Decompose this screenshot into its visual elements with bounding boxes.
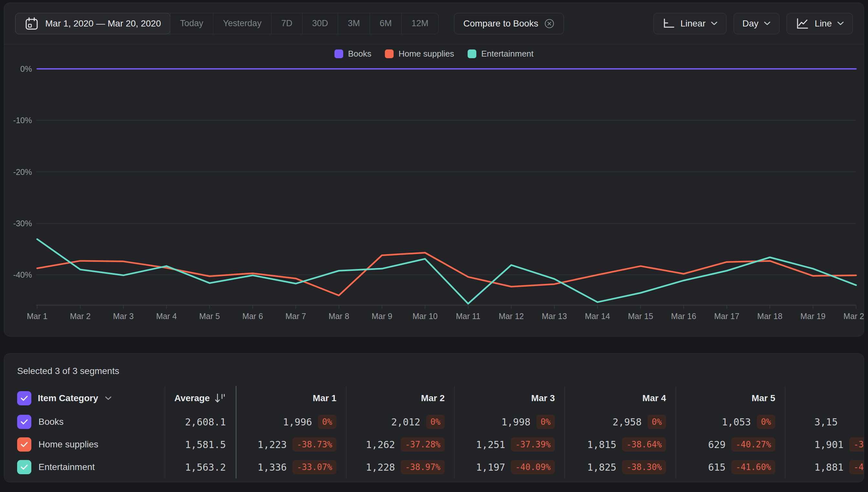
value-cell: 1,223-38.73% [236,433,346,456]
row-label: Home supplies [39,439,98,450]
x-axis-label: Mar 11 [456,312,481,321]
row-label: Entertainment [39,462,95,472]
value-cell: 2,0120% [346,411,454,433]
value-cell: 1,9960% [236,411,346,433]
cell-value: 2,958 [612,416,641,428]
check-icon [20,441,28,448]
percent-change-badge: 0% [426,415,445,429]
cell-value: 1,251 [476,439,505,450]
percent-change-badge: 0% [757,415,775,429]
x-axis-label: Mar 15 [628,312,653,321]
percent-change-badge: -41.60% [731,460,775,474]
header-mar-2[interactable]: Mar 2 [346,386,454,411]
cell-value: 1,053 [722,416,751,428]
x-axis-label: Mar 14 [585,312,610,321]
cell-value: 1,228 [366,462,395,473]
average-cell-entertainment: 1,563.2 [165,456,236,478]
cell-value: 1,336 [258,462,287,473]
x-axis-label: Mar 18 [757,312,782,321]
cell-value: 1,996 [283,416,312,428]
segments-panel: Selected 3 of 3 segments Item CategoryAv… [4,353,864,482]
value-cell: 1,815-38.64% [565,433,676,456]
row-checkbox-books[interactable] [17,415,31,429]
x-axis-label: Mar 2 [70,312,91,321]
header-mar-3[interactable]: Mar 3 [454,386,565,411]
x-axis-label: Mar 13 [542,312,567,321]
x-axis-label: Mar 8 [329,312,349,321]
chevron-down-icon [105,396,112,400]
value-cell: 1,228-38.97% [346,456,454,478]
value-cell: 1,251-37.39% [454,433,565,456]
cell-value: 1,881 [814,462,843,473]
header-average[interactable]: Average [165,386,236,411]
value-cell-clipped: 3,15 [785,411,864,433]
x-axis-label: Mar 7 [285,312,306,321]
series-line-home-supplies [37,253,856,295]
header-mar-4[interactable]: Mar 4 [565,386,676,411]
column-label: Mar 4 [642,393,666,403]
percent-change-badge: -37.28% [401,437,445,451]
x-axis-label: Mar 20 [843,312,864,321]
row-checkbox-home-supplies[interactable] [17,437,31,451]
value-cell: 1,336-33.07% [236,456,346,478]
average-cell-home-supplies: 1,581.5 [165,433,236,456]
x-axis-label: Mar 4 [156,312,177,321]
header-mar-5[interactable]: Mar 5 [676,386,785,411]
cell-value: 1,825 [587,462,616,473]
column-label: Mar 2 [421,393,445,403]
x-axis-label: Mar 19 [800,312,826,321]
x-axis-label: Mar 9 [372,312,392,321]
analytics-dashboard: { "toolbar": { "date_range": "Mar 1, 202… [0,0,868,492]
header-item-category[interactable]: Item Category [4,386,165,411]
cell-value: 1,815 [587,439,616,450]
percent-change-badge: -40.09% [511,460,555,474]
cell-value: 1,223 [258,439,287,450]
sort-descending-icon[interactable] [214,393,226,404]
cell-value: 629 [708,439,725,450]
percent-change-badge: -38.97% [401,460,445,474]
row-label: Books [39,417,63,427]
percent-change-badge: -38.64% [622,437,666,451]
row-header-books: Books [4,411,165,433]
percent-change-badge: -38.73% [292,437,336,451]
x-axis-label: Mar 16 [671,312,696,321]
average-cell-books: 2,608.1 [165,411,236,433]
y-axis-label: 0% [20,64,32,73]
row-header-entertainment: Entertainment [4,456,165,478]
x-axis-label: Mar 3 [113,312,134,321]
item-category-label: Item Category [38,393,98,403]
x-axis-label: Mar 1 [27,312,48,321]
value-cell: 1,197-40.09% [454,456,565,478]
cell-value: 1,262 [366,439,395,450]
cell-value: 3,15 [814,416,838,428]
y-axis-label: -10% [13,116,32,125]
x-axis-label: Mar 12 [499,312,524,321]
percent-change-badge: -4 [849,460,864,474]
check-icon [20,419,28,425]
percent-change-badge: -40.27% [731,437,775,451]
value-cell: 629-40.27% [676,433,785,456]
x-axis-label: Mar 5 [199,312,220,321]
check-icon [20,395,28,401]
chart-panel: Mar 1, 2020 — Mar 20, 2020 TodayYesterda… [4,3,864,337]
cell-value: 615 [708,462,725,473]
x-axis-label: Mar 10 [412,312,438,321]
row-header-home-supplies: Home supplies [4,433,165,456]
average-value: 2,608.1 [185,416,226,428]
value-cell: 1,0530% [676,411,785,433]
select-all-checkbox[interactable] [17,391,31,405]
chart-canvas: 0%-10%-20%-30%-40%Mar 1Mar 2Mar 3Mar 4Ma… [4,3,864,336]
y-axis-label: -40% [13,270,32,279]
row-checkbox-entertainment[interactable] [17,460,31,474]
segments-table[interactable]: Item CategoryAverageMar 1Mar 2Mar 3Mar 4… [4,386,864,478]
percent-change-badge: 0% [536,415,555,429]
value-cell: 2,9580% [565,411,676,433]
percent-change-badge: -38.30% [622,460,666,474]
percent-change-badge: -37.39% [511,437,555,451]
header-mar-1[interactable]: Mar 1 [236,386,346,411]
header-partial-column [785,386,864,411]
average-value: 1,563.2 [185,462,226,473]
average-value: 1,581.5 [185,439,226,450]
cell-value: 1,197 [476,462,505,473]
series-line-entertainment [37,239,856,304]
